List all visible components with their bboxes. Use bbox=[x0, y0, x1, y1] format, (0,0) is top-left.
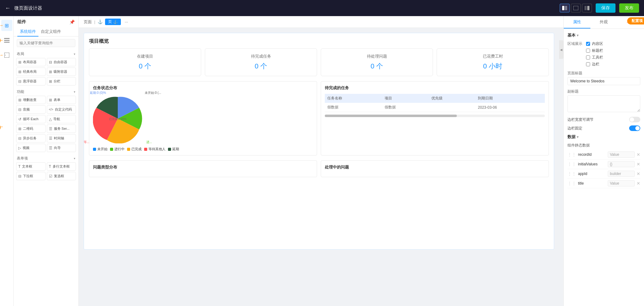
section-title-function: 功能 bbox=[17, 89, 24, 94]
basic-chevron[interactable]: ▾ bbox=[577, 33, 579, 37]
comp-checkbox[interactable]: ☑ 复选框 bbox=[47, 172, 76, 180]
comp-audio[interactable]: ⊟ 音频 bbox=[16, 105, 46, 114]
subtitle-input[interactable] bbox=[567, 95, 640, 112]
comp-text-input[interactable]: T 文本框 bbox=[16, 162, 46, 171]
data-value-title[interactable]: Value bbox=[608, 180, 635, 186]
view-dual-button[interactable] bbox=[582, 4, 592, 12]
comp-classic-layout[interactable]: ⊞ 经典布局 bbox=[16, 68, 46, 76]
function-components-grid: ⊞ 增删改查 ⊞ 表单 ⊟ 音频 </> 自定义代码 ↺ 循环 Each bbox=[14, 96, 78, 154]
section-chevron-layout[interactable]: ▾ bbox=[74, 52, 75, 56]
save-button[interactable]: 保存 bbox=[596, 3, 615, 13]
comp-label: 布局容器 bbox=[23, 60, 37, 64]
stat-label-3: 已花费工时 bbox=[442, 54, 544, 59]
data-value-appId[interactable]: builder bbox=[608, 171, 635, 177]
comp-label: 吸附容器 bbox=[54, 69, 67, 74]
svg-rect-4 bbox=[587, 6, 589, 10]
page-title-input[interactable] bbox=[567, 77, 640, 85]
legend-dot-2 bbox=[127, 148, 130, 151]
delete-title[interactable]: ✕ bbox=[637, 181, 640, 186]
comp-loop-each[interactable]: ↺ 循环 Each bbox=[16, 115, 46, 123]
col-header-name: 任务名称 bbox=[325, 94, 382, 103]
async-task-icon: ⊟ bbox=[18, 136, 21, 141]
comp-layout-container[interactable]: ⊞ 布局容器 bbox=[16, 58, 46, 66]
tab-appearance[interactable]: 外观 bbox=[590, 16, 617, 28]
static-data-label: 组件静态数据 bbox=[567, 143, 640, 148]
search-input[interactable] bbox=[17, 39, 75, 47]
code-arrow: → bbox=[0, 52, 4, 58]
view-canvas-button[interactable] bbox=[571, 4, 581, 12]
comp-select[interactable]: ⊟ 下拉框 bbox=[16, 172, 46, 180]
checkbox-sidebar-input[interactable] bbox=[586, 62, 590, 66]
tab-custom-components[interactable]: 自定义组件 bbox=[38, 27, 64, 37]
header: ← 微页面设计器 保存 发布 bbox=[0, 0, 644, 16]
back-button[interactable]: ← bbox=[5, 5, 11, 11]
comp-crud[interactable]: ⊞ 增删改查 bbox=[16, 96, 46, 104]
right-panel-tabs: 属性 外观 事件 配置项 bbox=[564, 16, 644, 29]
panel-scroll: 布局 ▾ ⊞ 布局容器 ⊟ 自由容器 ⊞ 经典布局 ⊞ 吸附容器 bbox=[14, 50, 78, 306]
drag-icon-2[interactable]: ⋮⋮ bbox=[567, 171, 576, 176]
legend-item-0: 未开始 bbox=[93, 147, 108, 151]
comp-free-container[interactable]: ⊟ 自由容器 bbox=[47, 58, 76, 66]
page-title-label: 页面标题 bbox=[567, 71, 640, 76]
comp-qrcode[interactable]: ⊞ 二维码 bbox=[16, 125, 46, 133]
collapse-arrow: ◀ bbox=[560, 48, 562, 51]
comp-textarea[interactable]: T 多行文本框 bbox=[47, 162, 76, 171]
icon-rail-structure[interactable]: 结构大纲 → bbox=[1, 35, 12, 46]
comp-custom-code[interactable]: </> 自定义代码 bbox=[47, 105, 76, 114]
section-chevron-function[interactable]: ▾ bbox=[74, 90, 75, 94]
drag-icon-0[interactable]: ⋮⋮ bbox=[567, 152, 576, 157]
comp-form[interactable]: ⊞ 表单 bbox=[47, 96, 76, 104]
section-chevron-form[interactable]: ▾ bbox=[74, 157, 75, 160]
data-value-initialValues[interactable]: {} bbox=[608, 161, 635, 167]
svg-text:已完成:0 (0)%: 已完成:0 (0)% bbox=[109, 117, 126, 120]
icon-rail-code[interactable]: 代码 → bbox=[1, 50, 12, 61]
drag-icon-1[interactable]: ⋮⋮ bbox=[567, 162, 576, 167]
comp-timeline[interactable]: ☰ 时间轴 bbox=[47, 134, 76, 142]
cell-priority bbox=[429, 103, 475, 112]
icon-rail-component-lib[interactable]: ⊞ 组件库 → bbox=[1, 20, 12, 31]
comp-columns[interactable]: ⊞ 分栏 bbox=[47, 77, 76, 85]
svg-rect-3 bbox=[584, 6, 587, 10]
comp-navigation[interactable]: △ 导航 bbox=[47, 115, 76, 123]
drag-icon-3[interactable]: ⋮⋮ bbox=[567, 181, 576, 186]
sidebar-resizable-toggle[interactable] bbox=[629, 117, 640, 122]
stat-card-2: 待处理问题 0 个 bbox=[321, 48, 433, 76]
page-tab-icon: ⚓ bbox=[98, 20, 103, 24]
free-container-icon: ⊟ bbox=[49, 60, 52, 64]
comp-sticky-container[interactable]: ⊞ 吸附容器 bbox=[47, 68, 76, 76]
data-value-recordId[interactable]: Value bbox=[608, 151, 635, 158]
comp-guide[interactable]: ☰ 向导 bbox=[47, 144, 76, 152]
delete-appId[interactable]: ✕ bbox=[637, 171, 640, 176]
publish-button[interactable]: 发布 bbox=[619, 3, 639, 13]
table-scrollbar[interactable] bbox=[325, 115, 545, 117]
data-chevron[interactable]: ▾ bbox=[577, 135, 579, 139]
collapse-toggle[interactable]: ◀ bbox=[559, 40, 563, 59]
delete-initialValues[interactable]: ✕ bbox=[637, 162, 640, 167]
more-button[interactable]: ··· bbox=[123, 19, 129, 25]
legend-item-3: 等待其他人 bbox=[144, 147, 165, 151]
float-container-icon: ⊟ bbox=[18, 79, 21, 84]
stat-card-0: 在建项目 0 个 bbox=[89, 48, 201, 76]
comp-video[interactable]: ▷ 视频 bbox=[16, 144, 46, 152]
pin-icon[interactable]: 📌 bbox=[69, 20, 75, 24]
checkbox-titlebar-input[interactable] bbox=[586, 49, 590, 53]
tab-properties[interactable]: 属性 bbox=[564, 16, 590, 28]
structure-arrow: → bbox=[0, 37, 4, 43]
comp-label: 下拉框 bbox=[23, 174, 33, 178]
comp-async-task[interactable]: ⊟ 异步任务 bbox=[16, 134, 46, 142]
pie-chart-svg: 已完成:0 (0)% bbox=[93, 94, 143, 143]
sidebar-fixed-toggle[interactable] bbox=[629, 125, 640, 131]
tab-system-components[interactable]: 系统组件 bbox=[17, 27, 38, 37]
stat-value-0: 0 个 bbox=[94, 62, 196, 71]
comp-service[interactable]: ☰ 服务 Ser... bbox=[47, 125, 76, 133]
comp-float-container[interactable]: ⊟ 悬浮容器 bbox=[16, 77, 46, 85]
page-tab[interactable]: 页 ⚓ bbox=[105, 19, 121, 25]
pie-label-bottom-right: 进... bbox=[146, 140, 152, 144]
checkbox-toolbar-input[interactable] bbox=[586, 55, 590, 59]
view-split-button[interactable] bbox=[560, 4, 570, 12]
config-badge[interactable]: 配置项 bbox=[627, 17, 644, 24]
subtitle-row: 副标题 bbox=[567, 89, 640, 113]
delete-recordId[interactable]: ✕ bbox=[637, 152, 640, 157]
checkbox-content-input[interactable] bbox=[586, 42, 590, 46]
panel-tabs: 系统组件 自定义组件 bbox=[14, 25, 78, 37]
